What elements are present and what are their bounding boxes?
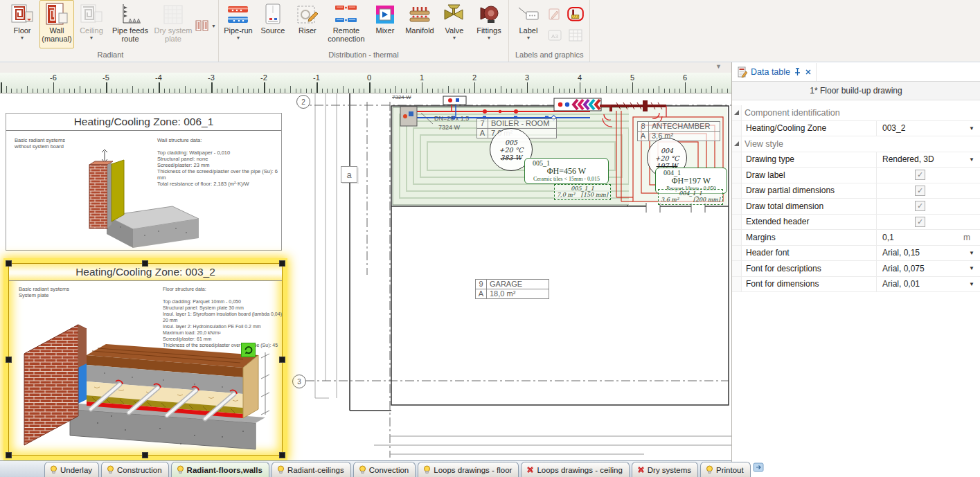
section-component-identification[interactable]: Component identification — [732, 105, 980, 121]
ruler-label: 3 — [525, 73, 529, 82]
valve-button[interactable]: Valve ▼ — [437, 0, 472, 48]
property-row-extended-header: Extended header — [732, 215, 980, 231]
extended-header-checkbox[interactable] — [915, 217, 925, 227]
ceiling-button[interactable]: Ceiling ▼ — [74, 0, 109, 48]
tab-loops-drawings-floor[interactable]: Loops drawings - floor — [418, 462, 519, 477]
draw-partial-dimensions-checkbox[interactable] — [915, 186, 925, 196]
remote-connection-icon — [335, 3, 358, 26]
rotate-button[interactable] — [241, 343, 256, 357]
mixer-label: Mixer — [375, 26, 394, 35]
floor-button[interactable]: Floor ▼ — [5, 0, 39, 48]
remote-connection-button[interactable]: Remote connection — [325, 0, 368, 48]
fittings-button[interactable]: Fittings ▼ — [472, 0, 506, 48]
floor-buildup-drawing-button[interactable] — [567, 6, 584, 23]
lower-construction-lines — [374, 436, 731, 454]
remote-connection-label-line2: connection — [328, 35, 364, 43]
dry-system-plate-button[interactable]: Dry system plate — [152, 0, 195, 48]
tab-radiant-floors-walls[interactable]: Radiant-floors,walls — [171, 462, 269, 477]
axis-marker-2: 2 — [296, 95, 310, 109]
view-options-dropdown[interactable]: ▼ — [715, 63, 722, 70]
dry-system-label-line2: plate — [165, 35, 181, 43]
property-row-drawing-type: Drawing type Rendered, 3D ▼ — [732, 152, 980, 168]
draw-label-checkbox[interactable] — [915, 170, 925, 180]
bulb-icon — [50, 465, 57, 474]
selection-handle[interactable] — [279, 260, 285, 267]
selection-handle[interactable] — [279, 452, 285, 458]
loop-label-005-1[interactable]: 005_1ΦH=456 WCeramic tiles < 15mm - 0,01… — [524, 158, 609, 184]
pin-icon[interactable] — [794, 68, 801, 76]
dimensions-font-dropdown[interactable]: Arial, 0,01 — [877, 279, 963, 289]
section-marker-a: a — [341, 166, 357, 183]
riser-label: Riser — [299, 26, 317, 35]
close-panel-icon[interactable] — [805, 69, 812, 75]
tab-construction[interactable]: Construction — [101, 462, 169, 477]
data-table-tab[interactable]: Data table — [736, 63, 817, 81]
property-row-header-font: Header font Arial, 0,15 ▼ — [732, 246, 980, 262]
room-label-antechamber[interactable]: 8ANTECHAMBER A3,6 m² — [637, 121, 720, 141]
section-view-style[interactable]: View style — [732, 136, 980, 152]
dropdown-arrow-icon[interactable]: ▼ — [963, 125, 980, 132]
zone-003-3d-graphic — [15, 312, 275, 454]
property-label: Margins — [742, 230, 877, 245]
excluded-icon — [637, 466, 645, 474]
drawing-type-dropdown[interactable]: Rendered, 3D — [877, 154, 963, 164]
draw-total-dimension-checkbox[interactable] — [915, 201, 925, 211]
valve-label: Valve — [445, 26, 464, 35]
zone-box-006-1[interactable]: Heating/Cooling Zone: 006_1 Basic radian… — [6, 113, 282, 251]
labels-group-label: Labels and graphics — [511, 50, 587, 62]
loop-sublabel-004-1-1[interactable]: 004_1_1 3,6 m²[200 mm] — [658, 189, 723, 205]
pipe-run-label: Pipe-run — [224, 26, 253, 35]
label-button[interactable]: Label ▼ — [511, 0, 546, 48]
drawing-canvas[interactable]: 7324 W DN=28 x 1,5 7324 W 2 3 a 7BOILER … — [0, 93, 731, 460]
tab-radiant-ceilings[interactable]: Radiant-ceilings — [271, 462, 351, 477]
room-label-garage[interactable]: 9GARAGE A18,0 m² — [475, 279, 549, 299]
selection-handle[interactable] — [279, 357, 285, 363]
riser-icon — [296, 3, 319, 26]
pipe-feeds-label-line1: Pipe feeds — [112, 26, 148, 35]
zone-value-dropdown[interactable]: 003_2 — [877, 123, 963, 133]
pipe-power-label-struck: 7324 W — [392, 94, 411, 100]
property-label: Extended header — [742, 215, 877, 230]
manifold-button[interactable]: Manifold — [402, 0, 437, 48]
dropdown-arrow-icon[interactable]: ▼ — [963, 156, 980, 163]
ruler-label: 2 — [472, 73, 476, 82]
copy-drawing-button[interactable] — [546, 6, 563, 23]
descriptions-font-dropdown[interactable]: Arial, 0,075 — [877, 264, 963, 273]
riser-button[interactable]: Riser — [290, 0, 325, 48]
selection-handle[interactable] — [6, 357, 12, 363]
dropdown-arrow-icon[interactable]: ▼ — [963, 281, 980, 287]
wall-manual-button[interactable]: Wall (manual) — [39, 0, 74, 48]
selection-handle[interactable] — [142, 260, 148, 267]
source-button[interactable]: Source — [256, 0, 290, 48]
data-table-tab-label: Data table — [751, 67, 790, 77]
selection-handle[interactable] — [142, 452, 148, 458]
tab-loops-drawings-ceiling[interactable]: Loops drawings - ceiling — [521, 462, 629, 477]
fittings-dropdown-arrow: ▼ — [486, 35, 491, 40]
zone-006-3d-graphic — [69, 147, 228, 249]
tab-underlay[interactable]: Underlay — [44, 462, 99, 477]
ruler-label: 1 — [420, 73, 424, 82]
pipe-size-label: DN=28 x 1,5 — [434, 115, 469, 122]
table-graphic-button[interactable] — [567, 27, 584, 44]
zone-box-003-2[interactable]: Heating/Cooling Zone: 003_2 Basic radian… — [8, 263, 283, 456]
dropdown-arrow-icon[interactable]: ▼ — [963, 265, 980, 271]
bulb-icon — [359, 465, 366, 474]
tab-scroll-button[interactable] — [753, 462, 764, 475]
mixer-icon — [373, 3, 397, 26]
loop-sublabel-005-1-1[interactable]: 005_1_1 7,0 m²[150 mm] — [554, 184, 611, 200]
pipe-feeds-route-button[interactable]: Pipe feeds route — [109, 0, 152, 48]
remote-connection-label-line1: Remote — [333, 26, 360, 35]
margins-input[interactable]: 0,1 — [877, 233, 963, 242]
page-format-button[interactable]: A3 — [546, 27, 563, 44]
pipe-run-button[interactable]: Pipe-run ▼ — [221, 0, 256, 48]
property-label: Drawing type — [742, 152, 877, 168]
wall-options-button[interactable]: ▼ — [195, 18, 216, 33]
header-font-dropdown[interactable]: Arial, 0,15 — [877, 248, 963, 258]
tab-convection[interactable]: Convection — [353, 462, 416, 477]
selection-handle[interactable] — [6, 452, 12, 458]
tab-dry-systems[interactable]: Dry systems — [632, 462, 698, 477]
tab-printout[interactable]: Printout — [700, 462, 751, 477]
dropdown-arrow-icon[interactable]: ▼ — [963, 250, 980, 256]
mixer-button[interactable]: Mixer — [368, 0, 402, 48]
selection-handle[interactable] — [6, 260, 12, 267]
